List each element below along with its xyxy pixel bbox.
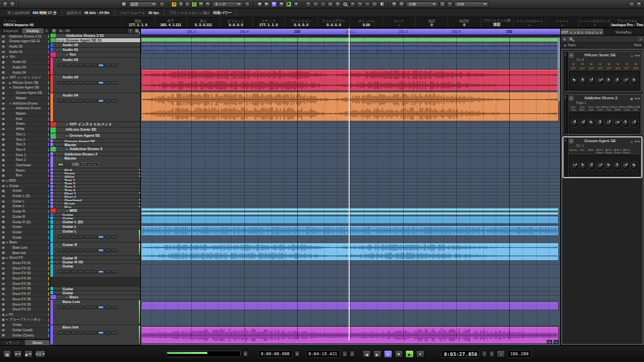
monitor-button[interactable]: [64, 235, 70, 239]
quick-control-knob[interactable]: [631, 77, 638, 84]
visibility-dot-icon[interactable]: [2, 56, 5, 58]
freeze-button[interactable]: [111, 331, 117, 335]
freeze-button[interactable]: [111, 81, 117, 84]
track-vst[interactable]: ▼VST インストゥルメント: [50, 122, 140, 127]
mute-button[interactable]: [54, 59, 57, 62]
collapse-arrow-icon[interactable]: ▼: [6, 76, 9, 79]
left-locator-options-button[interactable]: ▾: [243, 351, 248, 357]
solo-button[interactable]: [58, 221, 61, 224]
punch-in-button[interactable]: ▭: [342, 351, 347, 357]
info-field-item[interactable]: オフセット0. 0. 0. 0: [220, 17, 253, 27]
visibility-dot-icon[interactable]: [2, 97, 5, 100]
solo-button[interactable]: [58, 76, 61, 79]
stop-button[interactable]: ■: [278, 1, 284, 7]
quick-control-knob[interactable]: [588, 162, 595, 170]
instrument-freeze-button[interactable]: [579, 97, 582, 100]
mute-button[interactable]: [54, 288, 57, 291]
track-audio-02[interactable]: Audio 02: [50, 58, 140, 75]
inserts-button[interactable]: [91, 64, 97, 67]
visibility-item-room[interactable]: Room: [0, 168, 50, 174]
visibility-dot-icon[interactable]: [2, 128, 5, 131]
tab-visibility[interactable]: Visibility: [22, 28, 44, 34]
freeze-button[interactable]: [111, 270, 117, 274]
mute-button[interactable]: [54, 231, 57, 233]
play-button[interactable]: ▶: [405, 350, 414, 358]
event-display[interactable]: 181.3181.4182182.2182.3182.4183 ▾○: [141, 28, 560, 345]
tab-mediabay[interactable]: MediaBay: [603, 29, 644, 35]
snap-type-button[interactable]: ⊟: [398, 1, 405, 7]
visibility-dot-icon[interactable]: [2, 236, 5, 239]
go-to-previous-marker-button[interactable]: ◀: [362, 350, 371, 358]
visibility-item-audio-05[interactable]: Audio 05: [0, 44, 50, 50]
visibility-dot-icon[interactable]: [2, 164, 5, 167]
visibility-dot-icon[interactable]: [2, 103, 5, 105]
sends-button[interactable]: [98, 235, 104, 239]
collapse-arrow-icon[interactable]: ▼: [9, 103, 12, 105]
monitor-button[interactable]: [64, 331, 70, 335]
collapse-arrow-icon[interactable]: ▼: [9, 86, 12, 89]
visibility-dot-icon[interactable]: [2, 247, 5, 249]
output-active-icon[interactable]: ◉: [630, 54, 633, 58]
visibility-dot-icon[interactable]: [2, 272, 5, 275]
instrument-addictive-drums-2[interactable]: 2⊞Addictive Drums 2◉◀▶Page 1Kick SoloKic…: [563, 94, 642, 135]
visibility-item-audio-03[interactable]: Audio 03: [0, 65, 50, 70]
instrument-edit-button[interactable]: [575, 140, 578, 143]
visibility-item-drum-fx-10[interactable]: Drum FX 10: [0, 307, 50, 312]
info-field-item[interactable]: 開始177. 1. 1. 0: [122, 17, 155, 27]
visibility-item-tom-3[interactable]: Tom 3: [0, 142, 50, 147]
solo-button[interactable]: [58, 59, 61, 62]
tool-zoom[interactable]: [342, 1, 348, 7]
visibility-dot-icon[interactable]: [2, 159, 5, 162]
visibility-item-item[interactable]: ▼ グループチャンネル: [0, 318, 50, 323]
write-button[interactable]: [78, 235, 84, 239]
instrument-icon[interactable]: ⊞: [569, 96, 574, 101]
freeze-button[interactable]: [111, 235, 117, 239]
write-button[interactable]: [78, 249, 84, 252]
collapse-arrow-icon[interactable]: ▼: [6, 318, 9, 321]
record-arm-button[interactable]: [58, 235, 64, 239]
visibility-item-master[interactable]: Master: [0, 111, 50, 117]
collapse-arrow-icon[interactable]: ▼: [6, 257, 9, 259]
iterative-quantize-button[interactable]: ∿: [447, 1, 453, 7]
freeze-button[interactable]: [111, 64, 117, 67]
track-halion-sonic-se[interactable]: HALion Sonic SE: [50, 127, 140, 133]
visibility-dot-icon[interactable]: [2, 293, 5, 296]
audio-quantize-button[interactable]: AQ: [35, 350, 46, 358]
info-field-item[interactable]: ボリューム0.00: [350, 17, 383, 27]
pan-button[interactable]: [105, 270, 111, 274]
mute-button[interactable]: [57, 123, 60, 126]
visibility-item-guitar[interactable]: Guitar: [0, 189, 50, 194]
visibility-dot-icon[interactable]: [2, 231, 5, 234]
solo-button[interactable]: [58, 44, 61, 47]
solo-button[interactable]: [58, 95, 61, 97]
monitor-button[interactable]: [64, 249, 70, 252]
edit-channel-button[interactable]: [85, 249, 91, 252]
solo-button[interactable]: [58, 261, 61, 264]
go-to-right-locator-button[interactable]: ▶: [264, 1, 270, 7]
visibility-item-bus[interactable]: Bus: [0, 174, 50, 179]
quick-control-knob[interactable]: [596, 77, 604, 84]
tempo-track-button[interactable]: ♪: [496, 350, 505, 358]
visibility-item-fx[interactable]: ▶ FX: [0, 312, 50, 318]
edit-channel-button[interactable]: [85, 331, 91, 335]
visibility-item-addictive-drums[interactable]: Addictive Drums: [0, 107, 50, 112]
visibility-dot-icon[interactable]: [2, 113, 5, 115]
visibility-item-guitar[interactable]: ▼ Guitar: [0, 184, 50, 189]
visibility-item-drum-fx-01[interactable]: Drum FX 01: [0, 261, 50, 266]
sends-button[interactable]: [98, 331, 104, 335]
visibility-item-overhead[interactable]: Overhead: [0, 163, 50, 168]
cycle-region[interactable]: 181.3181.4182182.2182.3182.4183: [141, 29, 560, 35]
instrument-groove-agent-se[interactable]: 3⊞Groove Agent SE◉◀▶Ch. 1VolumePanMuteAU…: [563, 137, 642, 178]
visibility-dot-icon[interactable]: [2, 205, 5, 208]
go-to-left-locator-button[interactable]: ◀: [256, 1, 262, 7]
quick-control-knob[interactable]: [605, 119, 612, 127]
track-audio-01[interactable]: Audio 01: [50, 48, 140, 52]
visibility-item-guitar[interactable]: Guitar: [0, 235, 50, 241]
solo-button[interactable]: [58, 326, 61, 329]
visibility-dot-icon[interactable]: [2, 226, 5, 229]
visibility-dot-icon[interactable]: [2, 118, 5, 121]
track-guitar-l[interactable]: Guitar L: [50, 229, 140, 243]
solo-button[interactable]: [58, 158, 61, 160]
visibility-dot-icon[interactable]: [2, 71, 5, 74]
sends-button[interactable]: [98, 99, 104, 103]
